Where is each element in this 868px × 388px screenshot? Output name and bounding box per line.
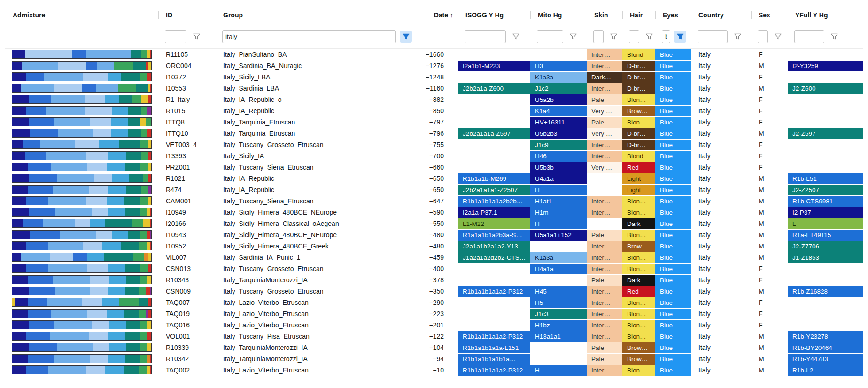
mito-filter-funnel-icon[interactable] [567, 31, 579, 43]
column-header-label: Mito Hg [538, 11, 562, 19]
admixture-segment [139, 242, 147, 250]
hair-trait-chip: Red [622, 162, 655, 173]
admixture-segment [90, 118, 111, 126]
admixture-segment [51, 310, 87, 318]
eyes-trait-chip: Blue [655, 275, 691, 286]
cell-admixture [5, 162, 158, 173]
table-row: I10943Italy_Sicily_Himera_480BCE_NEurope… [5, 229, 863, 241]
yfull-filter-funnel-icon[interactable] [828, 31, 840, 43]
eyes-filter-input[interactable] [662, 30, 670, 43]
column-header-yfull[interactable]: YFull Y Hg [788, 5, 863, 25]
cell-skin: Inter… [587, 195, 622, 207]
admixture-segment [54, 118, 90, 126]
admixture-segment [51, 95, 85, 103]
mt-haplogroup-chip: K1a3a [530, 252, 587, 263]
admixture-segment [12, 50, 25, 58]
column-header-sex[interactable]: Sex [751, 5, 788, 25]
admixture-segment [12, 332, 26, 340]
admixture-segment [58, 129, 93, 137]
admixture-segment [12, 253, 21, 261]
column-header-mito[interactable]: Mito Hg [530, 5, 587, 25]
cell-sex: F [751, 116, 788, 128]
cell-eyes: Blue [655, 308, 691, 319]
admixture-segment [93, 129, 111, 137]
cell-eyes: Blue [655, 71, 691, 83]
group-filter-funnel-icon[interactable] [400, 31, 412, 43]
hair-filter-input[interactable] [629, 30, 639, 43]
filter-row [5, 25, 863, 49]
cell-eyes: Blue [655, 297, 691, 308]
admixture-segment [29, 208, 55, 216]
cell-date: −459 [417, 252, 458, 263]
cell-isogg [458, 94, 530, 105]
column-header-isogg[interactable]: ISOGG Y Hg [458, 5, 530, 25]
column-header-skin[interactable]: Skin [587, 5, 622, 25]
cell-mito: H5 [530, 297, 587, 308]
cell-skin: Dark… [587, 71, 622, 83]
admixture-segment [53, 186, 89, 194]
table-row: TAQ002Italy_Lazio_Viterbo_Etruscan−10R1b… [5, 365, 863, 376]
y-haplogroup-chip: J2b2a1a1a-Z597 [458, 128, 530, 139]
column-header-id[interactable]: ID [158, 5, 216, 25]
isogg-filter-input[interactable] [465, 30, 506, 43]
sort-ascending-icon[interactable]: ↑ [450, 11, 453, 19]
id-filter-input[interactable] [165, 30, 186, 43]
cell-date: −1660 [417, 49, 458, 60]
skin-filter-input[interactable] [593, 30, 604, 43]
hair-trait-chip: Blon… [622, 365, 655, 376]
cell-skin: Inter… [587, 241, 622, 252]
sex-filter-funnel-icon[interactable] [772, 31, 784, 43]
cell-country: Italy [691, 139, 751, 150]
column-header-country[interactable]: Country [691, 5, 751, 25]
admixture-segment [28, 298, 47, 306]
cell-hair: Blon… [622, 331, 655, 342]
cell-date: −290 [417, 297, 458, 308]
yfull-filter-input[interactable] [794, 30, 824, 43]
admixture-segment [108, 332, 125, 340]
isogg-filter-funnel-icon[interactable] [510, 31, 522, 43]
cell-country: Italy [691, 308, 751, 319]
admixture-segment [140, 231, 147, 239]
country-filter-input[interactable] [698, 30, 728, 43]
admixture-segment [90, 219, 106, 227]
cell-skin: Inter… [587, 308, 622, 319]
hair-trait-chip: Blon… [622, 207, 655, 218]
cell-id: R10343 [158, 274, 216, 286]
country-filter-funnel-icon[interactable] [731, 31, 744, 43]
column-header-hair[interactable]: Hair [622, 5, 655, 25]
id-filter-funnel-icon[interactable] [190, 31, 202, 43]
y-haplogroup-chip: R1b1a1b1a1a2-P312 [458, 331, 530, 342]
admixture-segment [141, 107, 147, 115]
cell-date: −882 [417, 94, 458, 105]
table-row: PRZ001Italy_Tuscany_Siena_Etruscan−660U5… [5, 162, 863, 173]
skin-filter-funnel-icon[interactable] [607, 31, 620, 43]
cell-eyes: Blue [655, 116, 691, 128]
mito-filter-input[interactable] [537, 30, 563, 43]
admixture-segment [23, 140, 40, 148]
admixture-segment [139, 310, 146, 318]
admixture-segment [111, 129, 128, 137]
cell-eyes: Blue [655, 173, 691, 184]
eyes-trait-chip: Blue [655, 230, 691, 241]
cell-group: Italy_Sicily_Himera_480BCE_Greek [216, 241, 417, 252]
hair-filter-funnel-icon[interactable] [643, 31, 655, 43]
admixture-segment [90, 355, 108, 363]
cell-yfull [788, 319, 863, 331]
cell-id: R474 [158, 184, 216, 195]
column-header-eyes[interactable]: Eyes [655, 5, 691, 25]
group-filter-input[interactable] [222, 30, 396, 43]
column-header-admixture[interactable]: Admixture [5, 5, 158, 25]
sex-filter-input[interactable] [758, 30, 768, 43]
eyes-filter-funnel-icon[interactable] [674, 31, 686, 43]
column-header-date[interactable]: Date↑ [417, 5, 458, 25]
column-header-group[interactable]: Group [216, 5, 417, 25]
mt-haplogroup-chip: H [530, 365, 587, 376]
admixture-segment [148, 62, 151, 70]
cell-admixture [5, 71, 158, 83]
cell-date: −700 [417, 150, 458, 162]
admixture-bar [12, 106, 152, 115]
cell-group: Italy_PianSultano_BA [216, 49, 417, 60]
y-haplogroup-chip: R1b1a1b1a1a2-P312 [458, 286, 530, 297]
cell-group: Italy_Sicily_IA [216, 150, 417, 162]
cell-isogg: L1-M22 [458, 218, 530, 229]
